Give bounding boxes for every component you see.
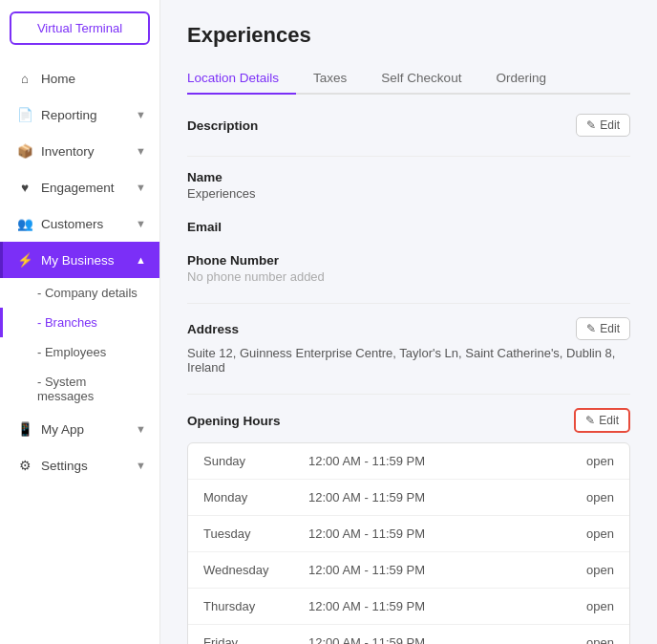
sidebar-item-reporting[interactable]: 📄 Reporting ▼ <box>0 97 159 133</box>
hours-time: 12:00 AM - 11:59 PM <box>308 454 538 468</box>
table-row: Friday 12:00 AM - 11:59 PM open <box>188 625 629 644</box>
edit-icon: ✎ <box>586 118 596 132</box>
hours-time: 12:00 AM - 11:59 PM <box>308 526 538 541</box>
home-icon: ⌂ <box>16 70 33 87</box>
table-row: Monday 12:00 AM - 11:59 PM open <box>188 480 629 516</box>
divider-2 <box>187 303 630 304</box>
inventory-icon: 📦 <box>16 142 33 160</box>
opening-hours-label: Opening Hours <box>187 414 281 428</box>
sidebar-item-label: My App <box>41 422 84 437</box>
address-label: Address <box>187 322 239 336</box>
sidebar-item-engagement[interactable]: ♥ Engagement ▼ <box>0 169 159 205</box>
edit-label: Edit <box>600 118 620 132</box>
name-label: Name <box>187 170 630 184</box>
edit-icon: ✎ <box>585 414 595 427</box>
hours-time: 12:00 AM - 11:59 PM <box>308 490 538 504</box>
day-name: Friday <box>203 635 308 644</box>
sidebar-item-label: Inventory <box>41 144 95 159</box>
description-edit-button[interactable]: ✎ Edit <box>576 114 630 137</box>
opening-hours-section: Opening Hours ✎ Edit Sunday 12:00 AM - 1… <box>187 408 630 644</box>
edit-label: Edit <box>599 414 619 427</box>
sidebar-item-label: Engagement <box>41 181 115 195</box>
chevron-down-icon: ▼ <box>136 218 146 229</box>
table-row: Wednesday 12:00 AM - 11:59 PM open <box>188 552 629 589</box>
phone-value: No phone number added <box>187 269 630 284</box>
tab-location-details[interactable]: Location Details <box>187 63 296 95</box>
tab-bar: Location Details Taxes Self Checkout Ord… <box>187 63 630 95</box>
tab-ordering[interactable]: Ordering <box>478 63 563 95</box>
table-row: Tuesday 12:00 AM - 11:59 PM open <box>188 516 629 552</box>
day-name: Thursday <box>203 599 308 613</box>
day-name: Monday <box>203 490 308 504</box>
sidebar-subitem-employees[interactable]: - Employees <box>0 337 159 367</box>
sidebar-item-label: Reporting <box>41 108 97 122</box>
edit-icon: ✎ <box>586 322 596 335</box>
chevron-down-icon: ▼ <box>136 145 146 157</box>
app-icon: 📱 <box>16 420 33 438</box>
chevron-down-icon: ▼ <box>136 182 146 193</box>
sidebar-item-inventory[interactable]: 📦 Inventory ▼ <box>0 133 159 169</box>
hours-time: 12:00 AM - 11:59 PM <box>308 635 538 644</box>
hours-status: open <box>538 526 614 541</box>
description-label: Description <box>187 118 258 133</box>
day-name: Sunday <box>203 454 308 468</box>
sidebar-item-label: Customers <box>41 217 103 231</box>
chevron-down-icon: ▼ <box>136 423 146 435</box>
divider-1 <box>187 156 630 157</box>
chevron-up-icon: ▲ <box>136 254 146 266</box>
sidebar-item-settings[interactable]: ⚙ Settings ▼ <box>0 447 159 483</box>
sidebar-item-label: My Business <box>41 253 115 268</box>
page-title: Experiences <box>187 23 630 48</box>
reporting-icon: 📄 <box>16 106 33 123</box>
tab-self-checkout[interactable]: Self Checkout <box>364 63 478 95</box>
opening-hours-table: Sunday 12:00 AM - 11:59 PM open Monday 1… <box>187 442 630 644</box>
hours-status: open <box>538 563 614 577</box>
phone-label: Phone Number <box>187 253 630 268</box>
name-value: Experiences <box>187 186 630 201</box>
sidebar-item-label: Settings <box>41 459 88 473</box>
sidebar-item-label: Home <box>41 72 75 86</box>
email-label: Email <box>187 220 630 234</box>
customers-icon: 👥 <box>16 215 33 232</box>
sidebar-subitem-branches[interactable]: - Branches <box>0 308 159 337</box>
virtual-terminal-button[interactable]: Virtual Terminal <box>10 11 150 45</box>
sidebar-item-customers[interactable]: 👥 Customers ▼ <box>0 205 159 242</box>
chevron-down-icon: ▼ <box>136 460 146 471</box>
opening-hours-edit-button[interactable]: ✎ Edit <box>574 408 630 433</box>
address-edit-button[interactable]: ✎ Edit <box>576 317 630 340</box>
hours-time: 12:00 AM - 11:59 PM <box>308 599 538 613</box>
hours-time: 12:00 AM - 11:59 PM <box>308 563 538 577</box>
sidebar-item-my-app[interactable]: 📱 My App ▼ <box>0 411 159 447</box>
business-icon: ⚡ <box>16 251 33 268</box>
engagement-icon: ♥ <box>16 179 33 196</box>
description-section: Description ✎ Edit <box>187 114 630 137</box>
sidebar: Virtual Terminal ⌂ Home 📄 Reporting ▼ 📦 … <box>0 0 160 644</box>
hours-status: open <box>538 454 614 468</box>
table-row: Sunday 12:00 AM - 11:59 PM open <box>188 443 629 480</box>
name-section: Name Experiences <box>187 170 630 201</box>
day-name: Wednesday <box>203 563 308 577</box>
sidebar-subitem-system-messages[interactable]: - System messages <box>0 367 159 411</box>
hours-status: open <box>538 599 614 613</box>
gear-icon: ⚙ <box>16 457 33 474</box>
tab-taxes[interactable]: Taxes <box>296 63 364 95</box>
sidebar-item-home[interactable]: ⌂ Home <box>0 60 159 97</box>
hours-status: open <box>538 635 614 644</box>
hours-status: open <box>538 490 614 504</box>
phone-section: Phone Number No phone number added <box>187 253 630 284</box>
day-name: Tuesday <box>203 526 308 541</box>
chevron-down-icon: ▼ <box>136 109 146 120</box>
table-row: Thursday 12:00 AM - 11:59 PM open <box>188 589 629 625</box>
divider-3 <box>187 394 630 395</box>
address-section: Address ✎ Edit Suite 12, Guinness Enterp… <box>187 317 630 375</box>
address-value: Suite 12, Guinness Enterprise Centre, Ta… <box>187 346 630 375</box>
sidebar-subitem-company-details[interactable]: - Company details <box>0 278 159 308</box>
email-section: Email <box>187 220 630 234</box>
main-content: Experiences Location Details Taxes Self … <box>160 0 657 644</box>
edit-label: Edit <box>600 322 620 335</box>
sidebar-item-my-business[interactable]: ⚡ My Business ▲ <box>0 242 159 278</box>
